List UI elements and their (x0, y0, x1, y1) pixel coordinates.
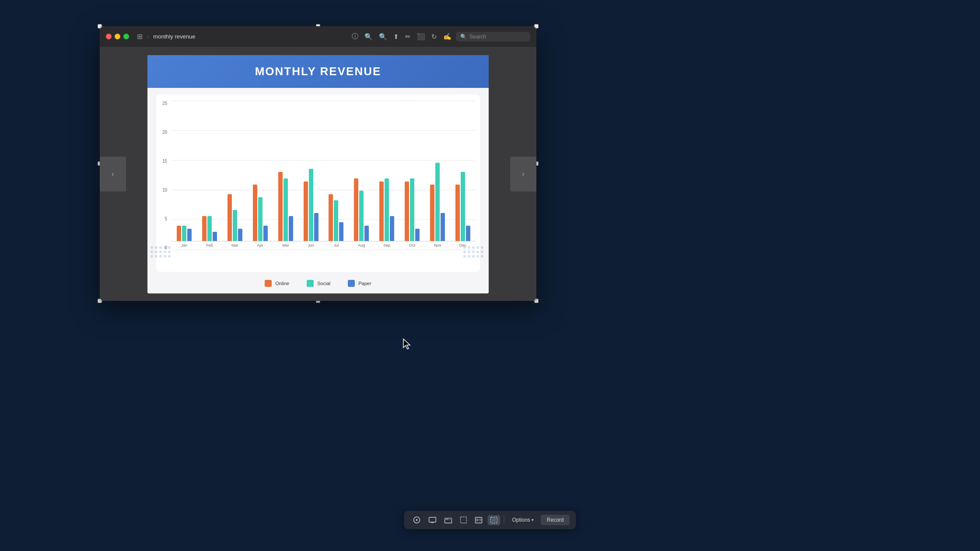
screen-capture-button[interactable] (426, 515, 439, 525)
svg-rect-42 (479, 520, 481, 521)
search-bar[interactable]: 🔍 (456, 32, 530, 42)
bar-social (207, 216, 212, 241)
chevron-left-icon: ‹ (112, 170, 114, 178)
zoom-in-icon[interactable]: 🔍 (379, 33, 387, 41)
region-capture-button[interactable] (487, 515, 500, 525)
bar-online (329, 194, 333, 241)
month-group: Mar (222, 101, 248, 250)
svg-point-27 (481, 246, 483, 249)
month-bars (425, 101, 450, 241)
svg-point-16 (468, 246, 470, 249)
pencil-icon[interactable]: ✏ (405, 33, 411, 41)
legend-label-social: Social (317, 281, 330, 286)
bar-social (233, 210, 237, 241)
svg-rect-41 (479, 519, 481, 520)
legend-dot-paper (348, 280, 355, 287)
month-label: Feb (206, 243, 213, 248)
title-separator: › (147, 33, 149, 40)
bar-online (177, 226, 181, 241)
svg-point-31 (416, 519, 417, 521)
month-label: Jul (334, 243, 339, 248)
bottom-toolbar: Options ▾ Record (404, 511, 576, 529)
record-button[interactable]: Record (541, 515, 570, 525)
month-group: Sep (374, 101, 399, 250)
chevron-right-icon: › (522, 170, 524, 178)
svg-point-13 (168, 251, 171, 253)
record-label: Record (547, 517, 564, 523)
month-label: Sep (383, 243, 390, 248)
crop-icon[interactable]: ⬛ (417, 33, 425, 41)
month-group: Jun (298, 101, 324, 250)
chart-legend: OnlineSocialPaper (156, 276, 480, 289)
y-axis-label: 20 (156, 130, 169, 135)
svg-point-7 (164, 251, 166, 253)
month-label: Jun (308, 243, 314, 248)
sidebar-toggle-icon[interactable]: ⊞ (137, 32, 143, 41)
svg-point-26 (476, 255, 479, 258)
window-capture-button[interactable] (441, 515, 455, 525)
month-group: Oct (399, 101, 425, 250)
slide-body: 0510152025 JanFebMarAprMeiJunJulAugSepOc… (147, 88, 489, 293)
bar-paper (466, 226, 470, 241)
close-button[interactable] (106, 34, 112, 39)
options-button[interactable]: Options ▾ (508, 515, 538, 525)
svg-point-12 (168, 246, 171, 249)
bar-paper (339, 222, 343, 241)
bar-paper (238, 229, 242, 241)
svg-rect-40 (476, 519, 478, 521)
share-icon[interactable]: ⬆ (393, 33, 399, 41)
svg-point-0 (150, 246, 153, 249)
selection-button[interactable] (457, 515, 469, 525)
bar-online (379, 181, 384, 241)
bar-paper (213, 232, 217, 241)
bar-social (385, 178, 389, 241)
svg-point-29 (481, 255, 483, 258)
corner-decoration-br (462, 245, 486, 269)
markup-icon[interactable]: ✍ (443, 33, 452, 41)
bar-online (228, 194, 232, 241)
svg-point-6 (164, 246, 166, 249)
bar-social (309, 169, 313, 241)
bar-social (435, 163, 440, 241)
bar-social (359, 191, 364, 241)
month-group: Feb (197, 101, 222, 250)
svg-point-10 (159, 255, 162, 258)
app-capture-button[interactable] (472, 515, 485, 525)
month-group: Jul (324, 101, 349, 250)
month-bars (273, 101, 298, 241)
bar-paper (289, 216, 293, 241)
month-label: Oct (409, 243, 415, 248)
y-axis-label: 25 (156, 101, 169, 106)
slide-area: ‹ › MONTHLY REVENUE 0510152025 (100, 47, 536, 301)
slide-next-button[interactable]: › (510, 157, 536, 192)
bar-online (304, 181, 308, 241)
bar-paper (187, 229, 192, 241)
month-group: Nov (425, 101, 450, 250)
month-label: Aug (358, 243, 365, 248)
minimize-button[interactable] (115, 34, 120, 39)
svg-point-9 (155, 255, 158, 258)
svg-point-14 (168, 255, 171, 258)
slide-title: MONTHLY REVENUE (255, 65, 382, 78)
search-input[interactable] (469, 34, 526, 40)
y-axis-label: 10 (156, 188, 169, 192)
bar-social (284, 178, 288, 241)
bar-online (278, 172, 283, 241)
maximize-button[interactable] (123, 34, 129, 39)
chevron-down-icon: ▾ (532, 518, 534, 522)
rotate-icon[interactable]: ↻ (431, 33, 437, 41)
circle-tool-button[interactable] (410, 514, 423, 526)
zoom-out-icon[interactable]: 🔍 (364, 33, 373, 41)
month-bars (172, 101, 197, 241)
options-label: Options (512, 517, 530, 523)
svg-point-22 (476, 251, 479, 253)
bar-online (253, 185, 257, 241)
svg-point-21 (476, 246, 479, 249)
svg-point-15 (463, 246, 466, 249)
info-icon[interactable]: ⓘ (352, 32, 358, 41)
slide-prev-button[interactable]: ‹ (100, 157, 126, 192)
bar-paper (415, 229, 420, 241)
legend-item-social: Social (307, 280, 330, 287)
bar-online (405, 181, 409, 241)
bar-online (430, 185, 434, 241)
